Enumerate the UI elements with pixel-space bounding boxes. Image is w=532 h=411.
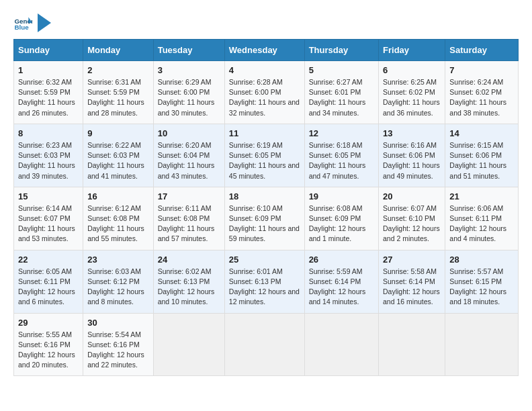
calendar-cell: 30 Sunrise: 5:54 AMSunset: 6:16 PMDaylig… xyxy=(83,313,154,376)
calendar-cell: 10 Sunrise: 6:20 AMSunset: 6:04 PMDaylig… xyxy=(153,124,224,187)
day-number: 25 xyxy=(229,255,300,265)
day-info: Sunrise: 6:18 AMSunset: 6:05 PMDaylight:… xyxy=(309,141,366,180)
svg-text:Blue: Blue xyxy=(14,24,29,31)
day-number: 2 xyxy=(87,65,149,75)
calendar-week-row: 29 Sunrise: 5:55 AMSunset: 6:16 PMDaylig… xyxy=(14,313,519,376)
day-info: Sunrise: 6:10 AMSunset: 6:09 PMDaylight:… xyxy=(229,204,300,243)
day-info: Sunrise: 6:02 AMSunset: 6:13 PMDaylight:… xyxy=(158,267,215,306)
day-number: 17 xyxy=(158,191,220,201)
calendar-cell: 14 Sunrise: 6:15 AMSunset: 6:06 PMDaylig… xyxy=(445,124,519,187)
calendar-cell: 24 Sunrise: 6:02 AMSunset: 6:13 PMDaylig… xyxy=(153,250,224,313)
day-info: Sunrise: 6:28 AMSunset: 6:00 PMDaylight:… xyxy=(229,78,300,117)
day-info: Sunrise: 5:54 AMSunset: 6:16 PMDaylight:… xyxy=(87,330,144,369)
day-number: 29 xyxy=(18,318,79,328)
day-number: 28 xyxy=(449,255,514,265)
calendar-cell: 7 Sunrise: 6:24 AMSunset: 6:02 PMDayligh… xyxy=(445,61,519,124)
svg-marker-3 xyxy=(38,13,51,32)
day-info: Sunrise: 6:15 AMSunset: 6:06 PMDaylight:… xyxy=(449,141,506,180)
calendar-cell: 26 Sunrise: 5:59 AMSunset: 6:14 PMDaylig… xyxy=(304,250,378,313)
calendar-cell: 15 Sunrise: 6:14 AMSunset: 6:07 PMDaylig… xyxy=(14,187,83,250)
day-number: 9 xyxy=(87,128,149,138)
day-info: Sunrise: 6:20 AMSunset: 6:04 PMDaylight:… xyxy=(158,141,215,180)
day-number: 16 xyxy=(87,191,149,201)
day-number: 6 xyxy=(383,65,441,75)
column-header-monday: Monday xyxy=(83,40,154,61)
calendar-cell: 22 Sunrise: 6:05 AMSunset: 6:11 PMDaylig… xyxy=(14,250,83,313)
calendar-cell xyxy=(379,313,445,376)
day-info: Sunrise: 6:11 AMSunset: 6:08 PMDaylight:… xyxy=(158,204,215,243)
column-header-sunday: Sunday xyxy=(14,40,83,61)
calendar-cell: 3 Sunrise: 6:29 AMSunset: 6:00 PMDayligh… xyxy=(153,61,224,124)
day-number: 27 xyxy=(383,255,441,265)
calendar-header-row: SundayMondayTuesdayWednesdayThursdayFrid… xyxy=(14,40,519,61)
calendar-cell: 9 Sunrise: 6:22 AMSunset: 6:03 PMDayligh… xyxy=(83,124,154,187)
calendar-cell: 18 Sunrise: 6:10 AMSunset: 6:09 PMDaylig… xyxy=(224,187,304,250)
day-info: Sunrise: 6:01 AMSunset: 6:13 PMDaylight:… xyxy=(229,267,300,306)
day-info: Sunrise: 6:27 AMSunset: 6:01 PMDaylight:… xyxy=(309,78,366,117)
day-number: 3 xyxy=(158,65,220,75)
column-header-tuesday: Tuesday xyxy=(153,40,224,61)
day-number: 23 xyxy=(87,255,149,265)
page-header: General Blue xyxy=(13,13,519,32)
day-info: Sunrise: 6:25 AMSunset: 6:02 PMDaylight:… xyxy=(383,78,440,117)
calendar-cell: 1 Sunrise: 6:32 AMSunset: 5:59 PMDayligh… xyxy=(14,61,83,124)
calendar-cell: 25 Sunrise: 6:01 AMSunset: 6:13 PMDaylig… xyxy=(224,250,304,313)
calendar-cell: 2 Sunrise: 6:31 AMSunset: 5:59 PMDayligh… xyxy=(83,61,154,124)
day-info: Sunrise: 6:05 AMSunset: 6:11 PMDaylight:… xyxy=(18,267,75,306)
day-number: 18 xyxy=(229,191,300,201)
calendar-week-row: 1 Sunrise: 6:32 AMSunset: 5:59 PMDayligh… xyxy=(14,61,519,124)
day-number: 11 xyxy=(229,128,300,138)
day-number: 8 xyxy=(18,128,79,138)
day-number: 4 xyxy=(229,65,300,75)
calendar-cell: 4 Sunrise: 6:28 AMSunset: 6:00 PMDayligh… xyxy=(224,61,304,124)
calendar-cell: 11 Sunrise: 6:19 AMSunset: 6:05 PMDaylig… xyxy=(224,124,304,187)
calendar-cell: 17 Sunrise: 6:11 AMSunset: 6:08 PMDaylig… xyxy=(153,187,224,250)
day-info: Sunrise: 6:32 AMSunset: 5:59 PMDaylight:… xyxy=(18,78,75,117)
day-number: 14 xyxy=(449,128,514,138)
day-info: Sunrise: 6:31 AMSunset: 5:59 PMDaylight:… xyxy=(87,78,144,117)
day-number: 21 xyxy=(449,191,514,201)
calendar-cell: 27 Sunrise: 5:58 AMSunset: 6:14 PMDaylig… xyxy=(379,250,445,313)
day-info: Sunrise: 6:22 AMSunset: 6:03 PMDaylight:… xyxy=(87,141,144,180)
day-number: 30 xyxy=(87,318,149,328)
calendar-cell: 21 Sunrise: 6:06 AMSunset: 6:11 PMDaylig… xyxy=(445,187,519,250)
calendar-cell: 19 Sunrise: 6:08 AMSunset: 6:09 PMDaylig… xyxy=(304,187,378,250)
day-info: Sunrise: 6:24 AMSunset: 6:02 PMDaylight:… xyxy=(449,78,506,117)
day-info: Sunrise: 6:29 AMSunset: 6:00 PMDaylight:… xyxy=(158,78,215,117)
day-number: 12 xyxy=(309,128,374,138)
logo-icon: General Blue xyxy=(13,13,32,32)
logo-arrow-icon xyxy=(38,13,51,32)
day-info: Sunrise: 6:16 AMSunset: 6:06 PMDaylight:… xyxy=(383,141,440,180)
calendar-cell: 12 Sunrise: 6:18 AMSunset: 6:05 PMDaylig… xyxy=(304,124,378,187)
logo: General Blue xyxy=(13,13,51,32)
calendar-cell: 20 Sunrise: 6:07 AMSunset: 6:10 PMDaylig… xyxy=(379,187,445,250)
day-info: Sunrise: 6:07 AMSunset: 6:10 PMDaylight:… xyxy=(383,204,440,243)
day-info: Sunrise: 6:14 AMSunset: 6:07 PMDaylight:… xyxy=(18,204,75,243)
calendar-cell: 16 Sunrise: 6:12 AMSunset: 6:08 PMDaylig… xyxy=(83,187,154,250)
day-info: Sunrise: 5:58 AMSunset: 6:14 PMDaylight:… xyxy=(383,267,440,306)
day-number: 1 xyxy=(18,65,79,75)
day-number: 13 xyxy=(383,128,441,138)
calendar-table: SundayMondayTuesdayWednesdayThursdayFrid… xyxy=(13,39,519,376)
day-number: 20 xyxy=(383,191,441,201)
calendar-week-row: 8 Sunrise: 6:23 AMSunset: 6:03 PMDayligh… xyxy=(14,124,519,187)
day-number: 10 xyxy=(158,128,220,138)
calendar-cell: 13 Sunrise: 6:16 AMSunset: 6:06 PMDaylig… xyxy=(379,124,445,187)
day-info: Sunrise: 6:08 AMSunset: 6:09 PMDaylight:… xyxy=(309,204,366,243)
calendar-cell: 28 Sunrise: 5:57 AMSunset: 6:15 PMDaylig… xyxy=(445,250,519,313)
day-info: Sunrise: 6:23 AMSunset: 6:03 PMDaylight:… xyxy=(18,141,75,180)
day-info: Sunrise: 5:57 AMSunset: 6:15 PMDaylight:… xyxy=(449,267,506,306)
calendar-cell xyxy=(304,313,378,376)
day-info: Sunrise: 6:19 AMSunset: 6:05 PMDaylight:… xyxy=(229,141,300,180)
calendar-week-row: 22 Sunrise: 6:05 AMSunset: 6:11 PMDaylig… xyxy=(14,250,519,313)
day-number: 24 xyxy=(158,255,220,265)
day-number: 15 xyxy=(18,191,79,201)
column-header-friday: Friday xyxy=(379,40,445,61)
calendar-cell: 23 Sunrise: 6:03 AMSunset: 6:12 PMDaylig… xyxy=(83,250,154,313)
day-number: 7 xyxy=(449,65,514,75)
calendar-cell xyxy=(445,313,519,376)
day-number: 19 xyxy=(309,191,374,201)
calendar-week-row: 15 Sunrise: 6:14 AMSunset: 6:07 PMDaylig… xyxy=(14,187,519,250)
day-info: Sunrise: 6:06 AMSunset: 6:11 PMDaylight:… xyxy=(449,204,506,243)
calendar-cell: 29 Sunrise: 5:55 AMSunset: 6:16 PMDaylig… xyxy=(14,313,83,376)
